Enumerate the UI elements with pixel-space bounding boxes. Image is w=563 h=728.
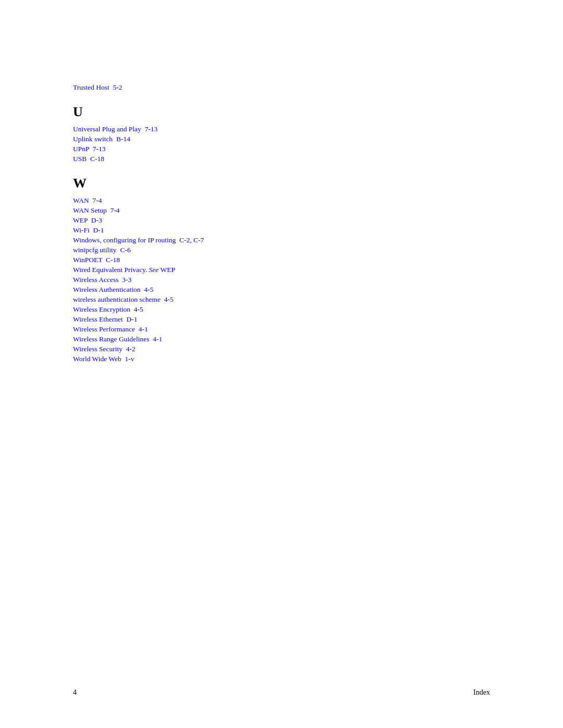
wireless-auth-scheme-label: wireless authentication scheme: [73, 295, 161, 303]
u-section: U Universal Plug and Play 7-13 Uplink sw…: [73, 104, 490, 163]
wifi-link[interactable]: Wi-Fi D-1: [73, 226, 490, 235]
wan-setup-link[interactable]: WAN Setup 7-4: [73, 206, 490, 215]
winipcfg-label: winipcfg utility: [73, 246, 117, 254]
wireless-ethernet-label: Wireless Ethernet: [73, 315, 123, 323]
wan-setup-label: WAN Setup: [73, 206, 107, 214]
world-wide-web-label: World Wide Web: [73, 355, 121, 363]
usb-link[interactable]: USB C-18: [73, 155, 490, 163]
upnp-link[interactable]: UPnP 7-13: [73, 145, 490, 153]
wireless-authentication-label: Wireless Authentication: [73, 286, 141, 293]
wep-ref: WEP: [160, 266, 175, 274]
wired-equiv-privacy-link[interactable]: Wired Equivalent Privacy. See WEP: [73, 266, 490, 274]
upnp-label: UPnP: [73, 145, 89, 153]
t-section-tail: Trusted Host 5-2: [73, 83, 490, 92]
uplink-switch-link[interactable]: Uplink switch B-14: [73, 135, 490, 143]
wireless-encryption-label: Wireless Encryption: [73, 305, 130, 313]
wireless-security-link[interactable]: Wireless Security 4-2: [73, 345, 490, 353]
world-wide-web-link[interactable]: World Wide Web 1-v: [73, 355, 490, 363]
page-content: Trusted Host 5-2 U Universal Plug and Pl…: [0, 0, 563, 406]
wan-link[interactable]: WAN 7-4: [73, 196, 490, 205]
trusted-host-label: Trusted Host: [73, 83, 109, 91]
trusted-host-link[interactable]: Trusted Host 5-2: [73, 83, 490, 92]
winipcfg-link[interactable]: winipcfg utility C-6: [73, 246, 490, 254]
wireless-security-label: Wireless Security: [73, 345, 123, 353]
wireless-auth-scheme-link[interactable]: wireless authentication scheme 4-5: [73, 295, 490, 304]
wireless-performance-link[interactable]: Wireless Performance 4-1: [73, 325, 490, 334]
page-footer: 4 Index: [73, 688, 490, 697]
wireless-encryption-link[interactable]: Wireless Encryption 4-5: [73, 305, 490, 314]
windows-ip-routing-label: Windows, configuring for IP routing: [73, 236, 176, 244]
winpoet-label: WinPOET: [73, 256, 102, 264]
wireless-access-label: Wireless Access: [73, 276, 119, 283]
wireless-performance-label: Wireless Performance: [73, 325, 135, 333]
wifi-label: Wi-Fi: [73, 226, 90, 234]
wep-link[interactable]: WEP D-3: [73, 216, 490, 225]
footer-page-number: 4: [73, 688, 77, 697]
footer-section-label: Index: [473, 688, 490, 697]
wireless-access-link[interactable]: Wireless Access 3-3: [73, 276, 490, 284]
winpoet-link[interactable]: WinPOET C-18: [73, 256, 490, 264]
wan-label: WAN: [73, 196, 89, 204]
trusted-host-page: 5-2: [113, 83, 122, 91]
w-section-letter: W: [73, 176, 490, 191]
wired-equiv-privacy-label: Wired Equivalent Privacy.: [73, 266, 147, 274]
usb-label: USB: [73, 155, 87, 163]
windows-ip-routing-link[interactable]: Windows, configuring for IP routing C-2,…: [73, 236, 490, 244]
wireless-range-guidelines-link[interactable]: Wireless Range Guidelines 4-1: [73, 335, 490, 343]
wep-label: WEP: [73, 216, 88, 224]
wireless-authentication-link[interactable]: Wireless Authentication 4-5: [73, 286, 490, 294]
w-section: W WAN 7-4 WAN Setup 7-4 WEP D-3 Wi-Fi D-…: [73, 176, 490, 363]
wireless-range-guidelines-label: Wireless Range Guidelines: [73, 335, 149, 343]
see-label: See: [149, 266, 159, 274]
uplink-switch-label: Uplink switch: [73, 135, 113, 143]
universal-plug-play-label: Universal Plug and Play: [73, 125, 141, 133]
wireless-ethernet-link[interactable]: Wireless Ethernet D-1: [73, 315, 490, 324]
u-section-letter: U: [73, 104, 490, 120]
universal-plug-play-link[interactable]: Universal Plug and Play 7-13: [73, 125, 490, 133]
